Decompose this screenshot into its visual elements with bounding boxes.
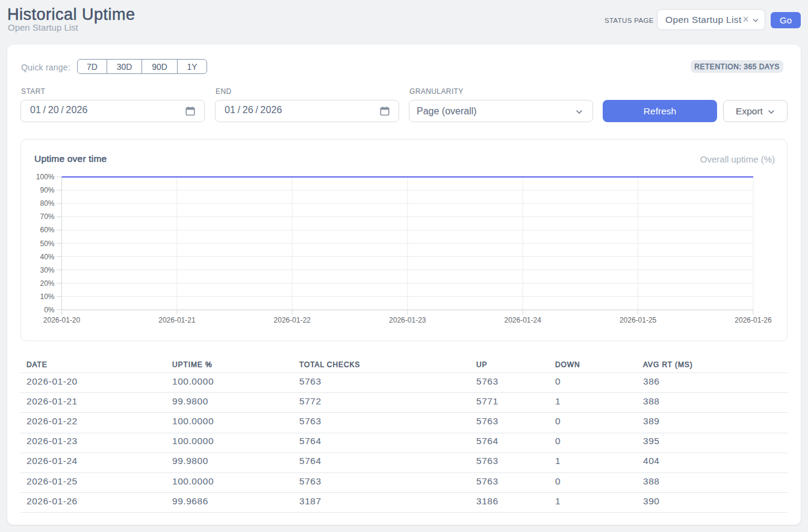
svg-text:2026-01-24: 2026-01-24 (505, 316, 542, 324)
svg-text:20%: 20% (40, 279, 54, 288)
svg-text:50%: 50% (40, 240, 54, 248)
svg-text:10%: 10% (40, 292, 54, 301)
svg-text:2026-01-26: 2026-01-26 (735, 316, 772, 324)
svg-text:0%: 0% (44, 306, 55, 314)
svg-text:2026-01-22: 2026-01-22 (274, 316, 311, 324)
svg-text:60%: 60% (40, 226, 54, 234)
svg-text:80%: 80% (40, 199, 54, 208)
svg-text:100%: 100% (36, 173, 55, 181)
svg-text:70%: 70% (40, 212, 54, 221)
svg-text:2026-01-23: 2026-01-23 (389, 316, 426, 324)
svg-text:2026-01-20: 2026-01-20 (43, 316, 81, 324)
svg-text:90%: 90% (40, 186, 54, 194)
svg-text:40%: 40% (40, 253, 54, 261)
svg-text:2026-01-25: 2026-01-25 (620, 316, 657, 324)
svg-text:30%: 30% (40, 266, 54, 274)
svg-text:2026-01-21: 2026-01-21 (158, 316, 196, 324)
